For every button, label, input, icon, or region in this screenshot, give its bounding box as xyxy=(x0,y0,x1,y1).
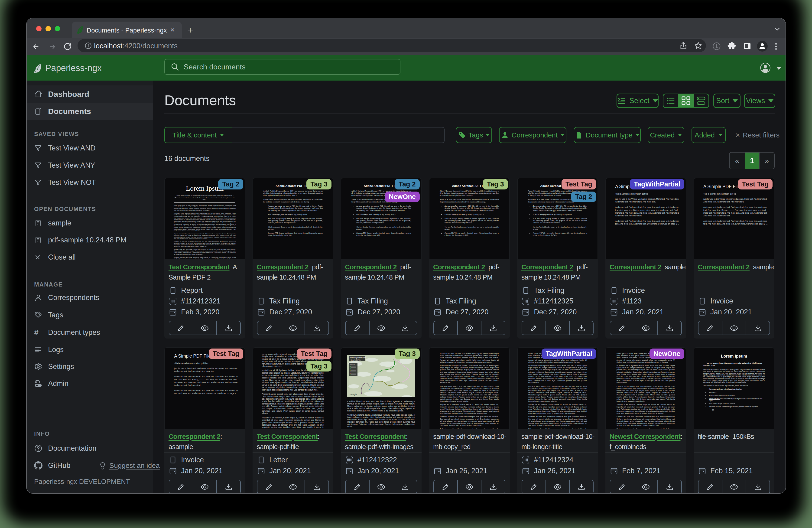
svg-text:Google: Google xyxy=(350,393,357,396)
svg-text:Legend: Legend xyxy=(350,363,355,365)
svg-text:6 days in BWCA: 6 days in BWCA xyxy=(350,359,361,361)
svg-text:Boundary Waters Trip: Boundary Waters Trip xyxy=(350,357,366,359)
